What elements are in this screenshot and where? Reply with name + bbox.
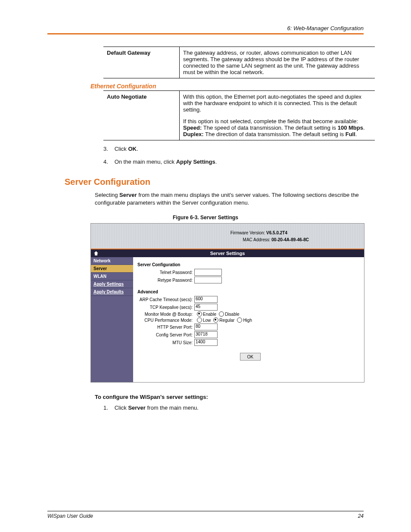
cpu-high-radio[interactable]	[237, 317, 242, 323]
cpu-regular-radio[interactable]	[213, 317, 218, 323]
arp-label: ARP Cache Timeout (secs):	[137, 297, 193, 302]
http-port-input[interactable]: 80	[194, 324, 218, 330]
screenshot-sidebar: Network Server WLAN Apply Settings Apply…	[91, 257, 133, 382]
sidebar-item-wlan[interactable]: WLAN	[91, 273, 133, 280]
arp-input[interactable]: 600	[194, 296, 218, 303]
duplex-line: Duplex: The direction of data transmissi…	[183, 131, 371, 137]
monitor-disable-text: Disable	[225, 312, 239, 317]
server-configuration-heading: Server Configuration	[65, 177, 364, 187]
tcp-input[interactable]: 45	[194, 304, 218, 311]
ok-button[interactable]: OK	[240, 353, 261, 361]
cpu-high-text: High	[243, 318, 252, 323]
page-footer: WiSpan User Guide 24	[47, 511, 364, 519]
default-gateway-label: Default Gateway	[103, 47, 180, 78]
screenshot-panel: Server Configuration Telnet Password: Re…	[133, 257, 364, 382]
auto-negotiate-desc-1: With this option, the Ethernet port auto…	[180, 91, 375, 116]
telnet-password-label: Telnet Password:	[137, 270, 193, 275]
screenshot-top-bar: Firmware Version: V6.5.0.2T4 MAC Address…	[91, 224, 364, 249]
server-settings-screenshot: Firmware Version: V6.5.0.2T4 MAC Address…	[90, 223, 364, 383]
cpu-low-text: Low	[203, 318, 211, 323]
screenshot-title-bar: Server Settings	[91, 249, 364, 257]
auto-negotiate-label: Auto Negotiate	[103, 91, 180, 140]
footer-left: WiSpan User Guide	[47, 513, 93, 519]
sidebar-item-apply-defaults[interactable]: Apply Defaults	[91, 288, 133, 296]
monitor-label: Monitor Mode @ Bootup:	[137, 312, 193, 317]
speed-line: Speed: The speed of data transmission. T…	[183, 124, 371, 131]
telnet-password-input[interactable]	[194, 269, 222, 276]
ethernet-config-heading: Ethernet Configuration	[90, 83, 364, 90]
mtu-label: MTU Size:	[137, 340, 193, 345]
server-config-section-label: Server Configuration	[137, 262, 360, 267]
retype-password-input[interactable]	[194, 277, 222, 283]
default-gateway-desc: The gateway address, or router, allows c…	[180, 47, 375, 78]
config-port-input[interactable]: 30718	[194, 331, 218, 338]
cpu-low-radio[interactable]	[197, 317, 202, 323]
step-4: 4. On the main menu, click Apply Setting…	[103, 158, 364, 166]
footer-page-number: 24	[358, 513, 364, 519]
chapter-heading: 6: Web-Manager Configuration	[47, 25, 364, 31]
figure-caption: Figure 6-3. Server Settings	[47, 215, 364, 221]
step-3: 3. Click OK.	[103, 145, 364, 153]
default-gateway-table: Default Gateway The gateway address, or …	[103, 47, 375, 78]
mac-address: MAC Address: 00-20-4A-89-46-8C	[243, 237, 309, 242]
monitor-enable-radio[interactable]	[197, 311, 202, 317]
config-port-label: Config Server Port:	[137, 333, 193, 337]
sidebar-item-network[interactable]: Network	[91, 257, 133, 265]
step-b1: 1. Click Server from the main menu.	[103, 404, 364, 412]
tcp-label: TCP Keepalive (secs):	[137, 305, 193, 310]
screenshot-title: Server Settings	[91, 251, 364, 256]
sidebar-item-apply-settings[interactable]: Apply Settings	[91, 280, 133, 288]
header-rule	[47, 33, 364, 34]
auto-negotiate-table: Auto Negotiate With this option, the Eth…	[103, 90, 375, 140]
retype-password-label: Retype Password:	[137, 278, 193, 283]
cpu-regular-text: Regular	[219, 318, 234, 323]
monitor-enable-text: Enable	[203, 312, 216, 317]
advanced-section-label: Advanced	[137, 289, 360, 294]
monitor-disable-radio[interactable]	[219, 311, 224, 317]
firmware-version: Firmware Version: V6.5.0.2T4	[230, 230, 287, 235]
server-config-intro: Selecting Server from the main menu disp…	[95, 191, 362, 207]
sidebar-item-server[interactable]: Server	[91, 265, 133, 273]
cpu-label: CPU Performance Mode:	[137, 318, 193, 323]
auto-neg-note: If this option is not selected, complete…	[183, 118, 371, 124]
http-port-label: HTTP Server Port:	[137, 325, 193, 330]
auto-negotiate-desc-2: If this option is not selected, complete…	[180, 115, 375, 140]
configure-server-subhead: To configure the WiSpan's server setting…	[95, 394, 364, 400]
mtu-input[interactable]: 1400	[194, 339, 218, 346]
